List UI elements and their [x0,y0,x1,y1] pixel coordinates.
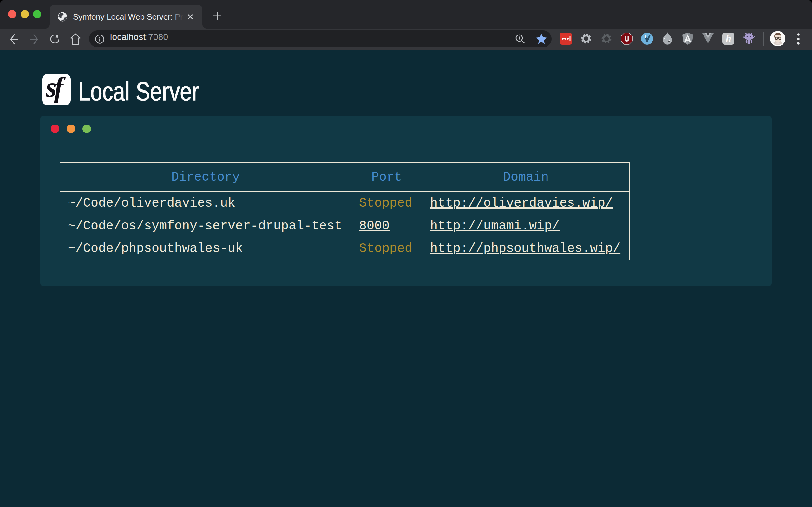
svg-text:h: h [726,33,731,44]
